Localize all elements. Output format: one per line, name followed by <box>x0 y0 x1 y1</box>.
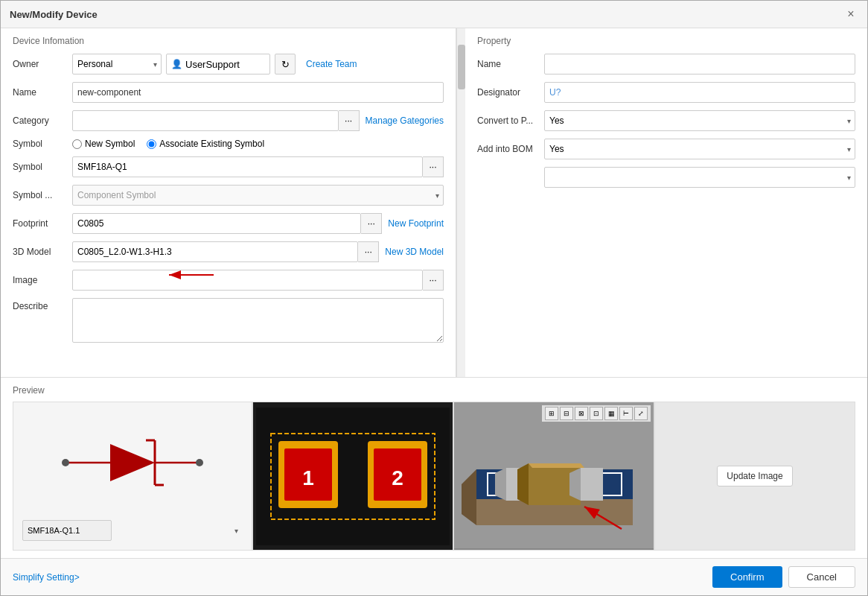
prop-designator-row: Designator <box>477 82 855 103</box>
svg-marker-4 <box>110 444 155 481</box>
prop-extra-select[interactable] <box>544 167 855 188</box>
dialog-title: New/Modify Device <box>10 9 98 20</box>
symbol-type-label: Symbol ... <box>13 190 72 200</box>
footprint-svg: 1 2 <box>256 408 450 545</box>
model3d-dots-button[interactable]: ··· <box>358 241 379 262</box>
symbol-radio-label: Symbol <box>13 139 72 149</box>
titlebar: New/Modify Device × <box>1 1 867 28</box>
owner-select[interactable]: Personal <box>72 54 162 74</box>
update-image-button[interactable]: Update Image <box>717 466 792 486</box>
prop-name-label: Name <box>477 59 544 69</box>
action-buttons: Confirm Cancel <box>712 566 855 588</box>
symbol-variant-select[interactable]: SMF18A-Q1.1 <box>22 520 112 541</box>
category-input[interactable] <box>72 110 339 131</box>
svg-marker-24 <box>495 468 506 501</box>
prop-convert-row: Convert to P... Yes No <box>477 110 855 131</box>
category-row: Category ··· Manage Gategories <box>13 110 444 131</box>
3d-tool-4[interactable]: ⊡ <box>590 407 603 420</box>
footprint-dots-button[interactable]: ··· <box>361 213 382 234</box>
user-icon: 👤 <box>171 59 182 69</box>
owner-label: Owner <box>13 59 72 69</box>
prop-addbom-label: Add into BOM <box>477 144 544 154</box>
svg-marker-28 <box>581 468 603 501</box>
symbol-value-row: Symbol ··· <box>13 156 444 177</box>
preview-area: SMF18A-Q1.1 1 2 <box>13 402 855 551</box>
symbol-dots-button[interactable]: ··· <box>423 156 444 177</box>
new-3dmodel-button[interactable]: New 3D Model <box>385 247 444 257</box>
name-label: Name <box>13 87 72 98</box>
svg-text:2: 2 <box>392 466 403 489</box>
prop-name-row: Name <box>477 54 855 74</box>
describe-input[interactable] <box>72 298 444 343</box>
simplify-setting-button[interactable]: Simplify Setting> <box>13 572 80 583</box>
refresh-button[interactable]: ↻ <box>275 54 296 74</box>
new-symbol-radio-label[interactable]: New Symbol <box>72 139 135 149</box>
symbol-input[interactable] <box>72 156 423 177</box>
footprint-preview: 1 2 <box>252 402 453 551</box>
prop-convert-select[interactable]: Yes No <box>544 110 855 131</box>
svg-marker-29 <box>569 468 581 501</box>
describe-row: Describe <box>13 298 444 343</box>
new-symbol-radio[interactable] <box>72 139 82 149</box>
footprint-input[interactable] <box>72 213 361 234</box>
preview-section: Preview <box>1 377 867 558</box>
image-dots-button[interactable]: ··· <box>423 270 444 291</box>
assoc-symbol-radio-label[interactable]: Associate Existing Symbol <box>147 139 264 149</box>
property-title: Property <box>477 36 855 46</box>
assoc-symbol-radio[interactable] <box>147 139 156 149</box>
3d-toolbar: ⊞ ⊟ ⊠ ⊡ ▦ ⊢ ⤢ <box>542 405 651 422</box>
svg-point-8 <box>62 459 69 466</box>
new-symbol-text: New Symbol <box>85 139 135 149</box>
name-row: Name <box>13 82 444 103</box>
scrollbar[interactable] <box>456 28 465 377</box>
3d-tool-1[interactable]: ⊞ <box>545 407 558 420</box>
model3d-input[interactable] <box>72 241 358 262</box>
image-input[interactable] <box>72 270 423 291</box>
new-footprint-button[interactable]: New Footprint <box>388 218 444 229</box>
image-row: Image ··· <box>13 270 444 291</box>
3d-tool-3[interactable]: ⊠ <box>575 407 588 420</box>
prop-addbom-select[interactable]: Yes No <box>544 139 855 159</box>
svg-point-9 <box>196 459 203 466</box>
3d-tool-2[interactable]: ⊟ <box>560 407 573 420</box>
manage-categories-button[interactable]: Manage Gategories <box>366 115 444 126</box>
footprint-row: Footprint ··· New Footprint <box>13 213 444 234</box>
close-button[interactable]: × <box>843 7 858 22</box>
3d-expand-button[interactable]: ⤢ <box>634 407 648 420</box>
left-panel: Device Infomation Owner Personal 👤 UserS… <box>1 28 456 377</box>
prop-addbom-row: Add into BOM Yes No <box>477 139 855 159</box>
schematic-svg <box>58 425 207 500</box>
bottom-bar: Simplify Setting> Confirm Cancel <box>1 558 867 595</box>
scrollbar-thumb[interactable] <box>458 45 465 89</box>
cancel-button[interactable]: Cancel <box>788 566 855 588</box>
confirm-button[interactable]: Confirm <box>712 566 782 588</box>
svg-marker-26 <box>517 463 529 505</box>
prop-convert-label: Convert to P... <box>477 115 544 126</box>
prop-name-input[interactable] <box>544 54 855 74</box>
category-dots-button[interactable]: ··· <box>339 110 360 131</box>
prop-designator-input[interactable] <box>544 82 855 103</box>
symbol-type-select[interactable]: Component Symbol <box>72 185 444 206</box>
prop-extra-row <box>477 167 855 188</box>
symbol-field-label: Symbol <box>13 162 72 172</box>
owner-select-wrapper: Personal <box>72 54 162 74</box>
3d-svg <box>454 402 654 548</box>
prop-designator-label: Designator <box>477 87 544 98</box>
main-dialog: New/Modify Device × Device Infomation Ow… <box>0 0 868 596</box>
svg-marker-27 <box>529 463 584 468</box>
create-team-button[interactable]: Create Team <box>306 59 357 69</box>
svg-text:1: 1 <box>302 466 314 489</box>
right-panel: Property Name Designator Convert to P...… <box>465 28 867 377</box>
name-input[interactable] <box>72 82 444 103</box>
footprint-label: Footprint <box>13 218 72 229</box>
preview-title: Preview <box>13 385 855 396</box>
user-select-display: 👤 UserSupport <box>166 54 270 74</box>
assoc-symbol-text: Associate Existing Symbol <box>159 139 264 149</box>
symbol-type-row: Symbol ... Component Symbol <box>13 185 444 206</box>
3d-tool-5[interactable]: ▦ <box>604 407 618 420</box>
3d-tool-6[interactable]: ⊢ <box>619 407 633 420</box>
image-preview: Update Image <box>654 402 855 551</box>
symbol-radio-row: Symbol New Symbol Associate Existing Sym… <box>13 139 444 149</box>
category-label: Category <box>13 115 72 126</box>
schematic-preview: SMF18A-Q1.1 <box>13 402 252 551</box>
